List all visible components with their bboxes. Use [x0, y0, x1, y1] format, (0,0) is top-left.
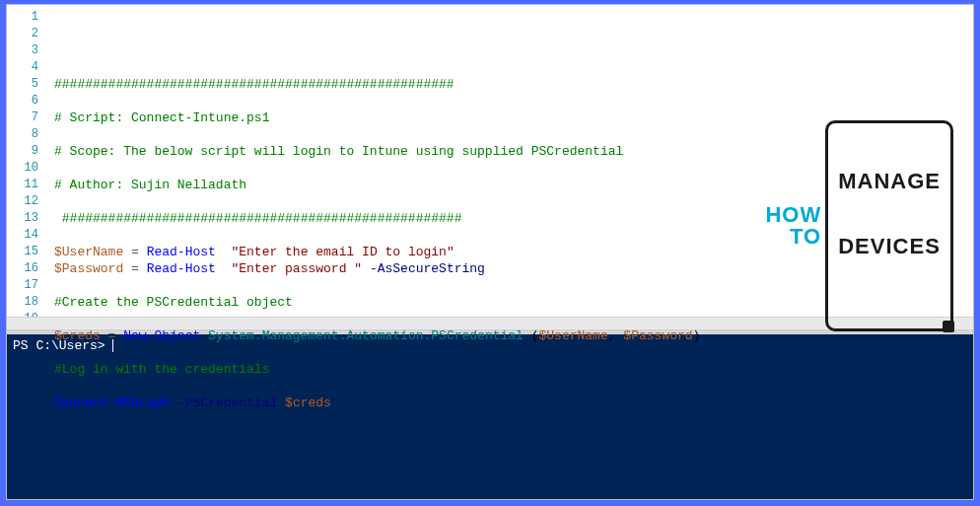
code-line[interactable] — [54, 344, 973, 361]
code-line[interactable]: ########################################… — [54, 76, 973, 93]
line-number: 9 — [7, 143, 38, 160]
token — [200, 328, 208, 343]
code-line[interactable]: Connect-MSGraph -PSCredential $creds — [54, 395, 973, 411]
code-area[interactable]: HOW TO MANAGE DEVICES ##################… — [44, 5, 973, 317]
line-number: 15 — [7, 244, 38, 260]
token: ########################################… — [54, 77, 455, 92]
code-line[interactable] — [54, 193, 973, 210]
code-line[interactable] — [54, 93, 973, 109]
code-line[interactable]: # Script: Connect-Intune.ps1 — [54, 109, 973, 126]
script-editor-pane[interactable]: 123456789101112131415161718192021 HOW TO… — [7, 5, 973, 317]
line-number: 6 — [7, 93, 38, 109]
token: System.Management.Automation.PSCredentia… — [208, 328, 524, 343]
code-line[interactable]: ########################################… — [54, 210, 973, 227]
token: , — [608, 328, 624, 343]
token — [170, 396, 177, 410]
line-number-gutter: 123456789101112131415161718192021 — [7, 5, 44, 317]
line-number: 13 — [7, 210, 38, 227]
token: ) — [693, 328, 701, 343]
line-number: 14 — [7, 227, 38, 244]
line-number: 7 — [7, 109, 38, 126]
line-number: 4 — [7, 59, 38, 76]
token: "Enter the email ID to login" — [231, 245, 454, 259]
line-number: 8 — [7, 126, 38, 143]
line-number: 2 — [7, 26, 38, 42]
code-line[interactable] — [54, 160, 973, 177]
token: $creds — [285, 396, 331, 410]
token — [362, 261, 370, 276]
token: ( — [524, 328, 539, 343]
line-number: 12 — [7, 193, 38, 210]
line-number: 17 — [7, 277, 38, 294]
ise-window: 123456789101112131415161718192021 HOW TO… — [6, 4, 974, 500]
line-number: 5 — [7, 76, 38, 93]
line-number: 10 — [7, 160, 38, 177]
token: = — [123, 261, 146, 276]
line-number: 1 — [7, 9, 38, 26]
token: # Scope: The below script will login to … — [54, 144, 623, 159]
token — [216, 245, 232, 259]
code-line[interactable] — [54, 227, 973, 244]
token: ########################################… — [54, 211, 461, 226]
token: #Log in with the credentials — [54, 362, 269, 377]
line-number: 11 — [7, 177, 38, 193]
code-line[interactable] — [54, 277, 973, 294]
token: -PSCredential — [177, 396, 277, 410]
token: # Script: Connect-Intune.ps1 — [54, 110, 269, 125]
token: = — [123, 245, 146, 259]
token: $creds — [54, 328, 101, 343]
code-line[interactable]: #Log in with the credentials — [54, 361, 973, 378]
token: $Password — [54, 261, 123, 276]
token: # Author: Sujin Nelladath — [54, 178, 246, 192]
line-number: 16 — [7, 260, 38, 277]
code-line[interactable]: $creds = New-Object System.Management.Au… — [54, 327, 973, 344]
token — [216, 261, 232, 276]
token: $UserName — [54, 245, 123, 259]
line-number: 18 — [7, 294, 38, 311]
code-line[interactable]: $UserName = Read-Host "Enter the email I… — [54, 244, 973, 260]
token: Read-Host — [147, 261, 216, 276]
token: "Enter password " — [231, 261, 362, 276]
token: $Password — [623, 328, 692, 343]
code-line[interactable]: #Create the PSCredential object — [54, 294, 973, 311]
token: -AsSecureString — [370, 261, 485, 276]
token: #Create the PSCredential object — [54, 295, 293, 310]
token: = — [101, 328, 123, 343]
code-line[interactable] — [54, 59, 973, 76]
code-line[interactable] — [54, 126, 973, 143]
code-line[interactable]: $Password = Read-Host "Enter password " … — [54, 260, 973, 277]
code-line[interactable]: # Author: Sujin Nelladath — [54, 177, 973, 193]
code-line[interactable] — [54, 378, 973, 395]
code-line[interactable]: # Scope: The below script will login to … — [54, 143, 973, 160]
token: New-Object — [123, 328, 200, 343]
token: Read-Host — [147, 245, 216, 259]
token: Connect-MSGraph — [54, 396, 170, 410]
token: $UserName — [539, 328, 608, 343]
code-line[interactable] — [54, 311, 973, 327]
line-number: 3 — [7, 42, 38, 59]
token — [277, 396, 285, 410]
